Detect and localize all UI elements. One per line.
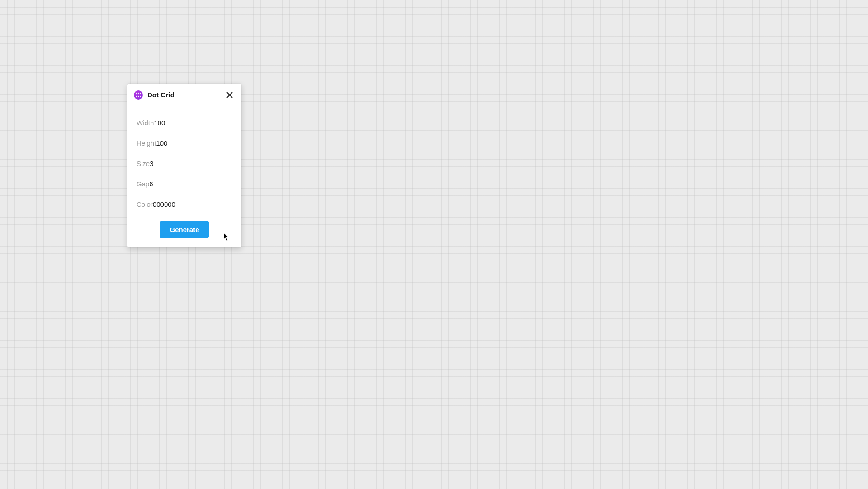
gap-input[interactable] [149,180,235,188]
color-input[interactable] [153,200,239,208]
svg-point-4 [138,94,139,95]
panel-body: Width Height Size Gap Color Generate [127,106,241,247]
size-label: Size [137,160,150,167]
size-input[interactable] [150,160,236,167]
width-input[interactable] [154,119,240,127]
generate-wrap: Generate [137,221,232,238]
dot-grid-icon [134,90,143,100]
height-row: Height [137,133,232,153]
panel-header: Dot Grid [127,84,241,106]
svg-point-5 [140,94,141,95]
size-row: Size [137,153,232,174]
generate-button[interactable]: Generate [160,221,209,238]
color-label: Color [137,200,153,208]
svg-point-1 [138,92,139,93]
dot-grid-panel: Dot Grid Width Height Size Gap Color [127,84,241,247]
gap-row: Gap [137,174,232,194]
svg-point-8 [140,96,141,97]
svg-point-6 [136,96,137,97]
color-row: Color [137,194,232,214]
svg-point-7 [138,96,139,97]
svg-point-3 [136,94,137,95]
svg-point-0 [136,92,137,93]
height-label: Height [137,139,156,147]
height-input[interactable] [156,139,242,147]
width-label: Width [137,119,154,127]
close-button[interactable] [224,90,235,100]
close-icon [226,91,233,99]
width-row: Width [137,113,232,133]
panel-title: Dot Grid [147,91,224,99]
gap-label: Gap [137,180,149,188]
svg-point-2 [140,92,141,93]
